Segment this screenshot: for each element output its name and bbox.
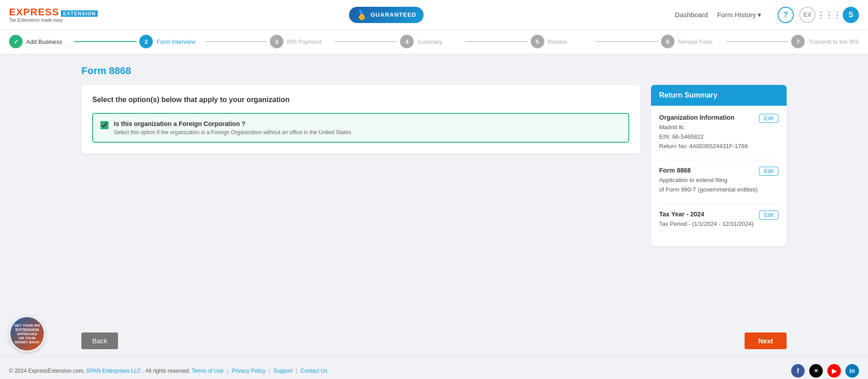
foreign-corp-checkbox[interactable] [100, 121, 108, 129]
badge-line1: GET YOUR IRS [14, 323, 40, 328]
footer-copyright: © 2024 ExpressExtension.com, [9, 368, 85, 374]
step-6-circle: 6 [661, 35, 675, 48]
nav-dashboard-link[interactable]: Dashboard [675, 11, 708, 19]
step-1-label: Add Business [26, 38, 62, 45]
step-5: 5 Review [531, 35, 593, 48]
linkedin-icon[interactable]: in [845, 364, 859, 378]
form-section: Form 8868 Edit Application to extend fil… [659, 167, 778, 195]
step-7-label: Transmit to the IRS [808, 38, 859, 45]
header-middle: 🏅 GUARANTEED [98, 7, 675, 23]
help-icon-button[interactable]: ? [778, 7, 794, 23]
connector-1 [74, 41, 137, 42]
footer-rights: . All rights reserved. [142, 368, 190, 374]
step-4-circle: 4 [400, 35, 414, 48]
footer-sep-3: | [296, 368, 297, 374]
guaranteed-badge: 🏅 GUARANTEED [349, 7, 424, 23]
form-desc1: Application to extend filing [659, 176, 778, 185]
logo-express: EXPRESS [9, 6, 59, 18]
step-2: 2 Form Interview [139, 35, 202, 48]
return-summary-panel: Return Summary Organization Information … [651, 85, 787, 246]
logo: EXPRESS EXTENSION Tax Extensions made ea… [9, 7, 98, 23]
badge-line3: APPROVED [17, 332, 38, 336]
twitter-x-icon[interactable]: ✕ [809, 364, 823, 378]
checkbox-main-label: Is this organization a Foreign Corporati… [114, 120, 351, 127]
button-row: Back Next [0, 325, 868, 356]
step-4-label: Summary [417, 38, 443, 45]
divider-1 [659, 160, 778, 160]
user-icon-button[interactable]: EX [799, 7, 816, 23]
step-5-circle: 5 [531, 35, 544, 48]
connector-4 [465, 41, 528, 42]
progress-bar: ✓ Add Business 2 Form Interview 3 IRS Pa… [0, 29, 868, 54]
step-1: ✓ Add Business [9, 35, 71, 48]
step-3-circle: 3 [270, 35, 283, 48]
tax-year-header-row: Tax Year - 2024 Edit [659, 211, 778, 220]
org-ein: EIN: 66-5465822 [659, 132, 778, 142]
footer-sep-1: | [227, 368, 228, 374]
guaranteed-text: GUARANTEED [371, 11, 417, 18]
back-button[interactable]: Back [81, 332, 118, 349]
form-section-title: Form 8868 [659, 167, 691, 174]
step-6: 6 Service Fees [661, 35, 723, 48]
badge-circle: GET YOUR IRS EXTENSION APPROVED OR YOUR … [9, 316, 45, 352]
form-desc2: of Form 990-T (governmental entities) [659, 185, 778, 195]
youtube-icon[interactable]: ▶ [827, 364, 841, 378]
form-title: Form 8868 [81, 65, 787, 77]
badge-line5: MONEY BACK [15, 340, 40, 344]
form-edit-button[interactable]: Edit [759, 167, 778, 176]
logo-extension: EXTENSION [61, 10, 98, 17]
org-details: Madrid llc EIN: 66-5465822 Return No: 4A… [659, 123, 778, 151]
header: EXPRESS EXTENSION Tax Extensions made ea… [0, 0, 868, 29]
tax-year-title: Tax Year - 2024 [659, 211, 704, 218]
grid-icon-button[interactable]: ⋮⋮⋮ [821, 7, 837, 23]
divider-2 [659, 204, 778, 204]
step-2-circle: 2 [139, 35, 153, 48]
avatar-icon[interactable]: S [843, 7, 859, 23]
approved-badge: GET YOUR IRS EXTENSION APPROVED OR YOUR … [9, 316, 45, 352]
org-header-row: Organization Information Edit [659, 114, 778, 123]
footer-terms-link[interactable]: Terms of Use [192, 368, 224, 374]
footer-social: f ✕ ▶ in [791, 364, 859, 378]
badge-icon: 🏅 [356, 9, 368, 20]
foreign-corp-label[interactable]: Is this organization a Foreign Corporati… [114, 120, 351, 136]
step-7-circle: 7 [791, 35, 805, 48]
nav-form-history-link[interactable]: Form History ▾ [717, 11, 761, 19]
step-5-label: Review [548, 38, 567, 45]
main-content: Form 8868 Select the option(s) below tha… [0, 54, 868, 325]
connector-5 [596, 41, 658, 42]
step-7: 7 Transmit to the IRS [791, 35, 859, 48]
summary-header: Return Summary [651, 85, 787, 106]
footer-contact-link[interactable]: Contact Us [301, 368, 327, 374]
org-edit-button[interactable]: Edit [759, 114, 778, 123]
chevron-down-icon: ▾ [758, 11, 761, 19]
foreign-corp-option[interactable]: Is this organization a Foreign Corporati… [92, 113, 629, 143]
footer-privacy-link[interactable]: Privacy Policy [231, 368, 265, 374]
step-2-label: Form Interview [156, 38, 195, 45]
step-4: 4 Summary [400, 35, 462, 48]
footer-support-link[interactable]: Support [274, 368, 292, 374]
badge-line2: EXTENSION [15, 328, 39, 332]
header-icons: ? EX ⋮⋮⋮ S [778, 7, 859, 23]
checkbox-sub-label: Select this option if the organization i… [114, 129, 351, 136]
org-name: Madrid llc [659, 123, 778, 132]
step-1-circle: ✓ [9, 35, 23, 48]
footer-sep-2: | [269, 368, 270, 374]
footer-text: © 2024 ExpressExtension.com, SPAN Enterp… [9, 368, 327, 374]
connector-2 [205, 41, 267, 42]
footer-company-link[interactable]: SPAN Enterprises LLC [86, 368, 141, 374]
org-section-title: Organization Information [659, 114, 734, 121]
tax-year-section: Tax Year - 2024 Edit Tax Period - (1/1/2… [659, 211, 778, 229]
badge-line4: OR YOUR [19, 336, 35, 340]
step-3: 3 IRS Payment [270, 35, 332, 48]
form-panel-title: Select the option(s) below that apply to… [92, 96, 629, 104]
steps-container: ✓ Add Business 2 Form Interview 3 IRS Pa… [9, 35, 859, 48]
step-6-label: Service Fees [678, 38, 712, 45]
step-3-label: IRS Payment [287, 38, 322, 45]
facebook-icon[interactable]: f [791, 364, 805, 378]
org-return-no: Return No: 4A0036524431F-1769 [659, 142, 778, 151]
header-nav: Dashboard Form History ▾ ? EX ⋮⋮⋮ S [675, 7, 859, 23]
next-button[interactable]: Next [745, 332, 787, 349]
tax-year-edit-button[interactable]: Edit [759, 211, 778, 220]
summary-body: Organization Information Edit Madrid llc… [651, 106, 787, 246]
form-description: Application to extend filing of Form 990… [659, 176, 778, 195]
